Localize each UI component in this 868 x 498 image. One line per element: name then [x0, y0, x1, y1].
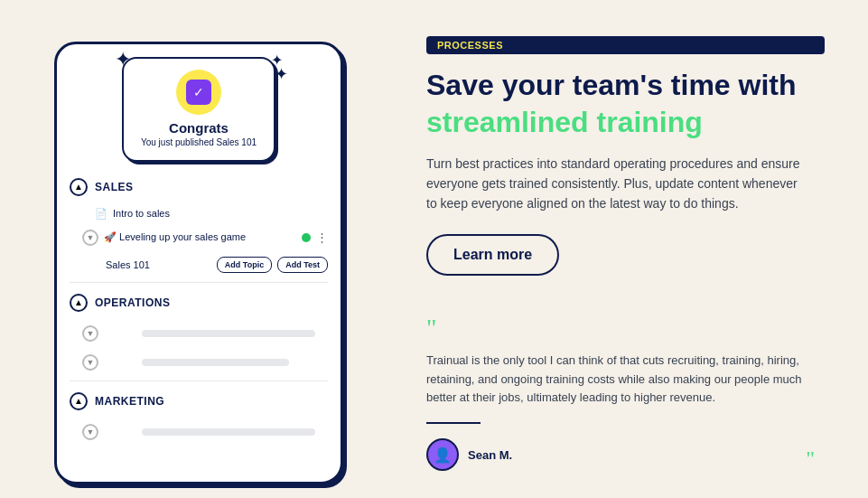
learn-more-button[interactable]: Learn more: [426, 234, 559, 276]
operations-section-title: OPERATIONS: [95, 296, 170, 309]
divider-2: [70, 381, 328, 381]
divider-1: [70, 282, 328, 283]
add-test-button[interactable]: Add Test: [277, 257, 328, 273]
ops-chevron-2[interactable]: ▼: [82, 354, 98, 371]
operations-item-2: ▼: [57, 348, 341, 377]
phone-mockup: ✦ ✦ ✦ ✓ Congrats You just published Sale…: [54, 42, 343, 484]
marketing-chevron-up[interactable]: ▲: [70, 392, 88, 410]
phone-content: ▲ SALES 📄 Intro to sales ▼ 🚀 Leveling up…: [57, 171, 341, 446]
marketing-section-title: MARKETING: [95, 395, 164, 408]
left-panel: ✦ ✦ ✦ ✓ Congrats You just published Sale…: [0, 0, 397, 498]
ops-gray-bar-1: [142, 330, 315, 337]
close-quote-mark: ": [806, 446, 815, 471]
popup-icon: ✓: [176, 70, 221, 115]
congrats-title: Congrats: [136, 120, 261, 136]
operations-chevron-up[interactable]: ▲: [70, 294, 88, 312]
intro-label: Intro to sales: [113, 208, 170, 219]
main-heading-line1: Save your team's time with: [426, 69, 825, 102]
cross-icon: ✦: [275, 64, 288, 84]
author-name: Sean M.: [468, 448, 512, 462]
right-panel: Processes Save your team's time with str…: [397, 0, 868, 498]
green-dot: [302, 233, 311, 242]
leveling-up-label: 🚀 Leveling up your sales game: [104, 231, 296, 243]
ops-gray-bar-2: [142, 359, 289, 366]
operations-section-row: ▲ OPERATIONS: [57, 287, 341, 319]
main-heading-line2: streamlined training: [426, 106, 825, 139]
sales-section-title: SALES: [95, 181, 134, 193]
mkt-chevron-1[interactable]: ▼: [82, 424, 98, 440]
star-icon-left: ✦: [115, 48, 131, 71]
intro-to-sales-row: 📄 Intro to sales: [57, 203, 341, 224]
author-avatar: 👤: [426, 438, 459, 471]
congrats-popup: ✦ ✦ ✦ ✓ Congrats You just published Sale…: [122, 57, 275, 162]
quote-text: Trainual is the only tool I can think of…: [426, 352, 815, 408]
marketing-section-row: ▲ MARKETING: [57, 385, 341, 418]
sales-section-row: ▲ SALES: [57, 171, 341, 203]
congrats-subtitle: You just published Sales 101: [136, 137, 261, 147]
operations-item-1: ▼: [57, 319, 341, 348]
sales-chevron-up[interactable]: ▲: [70, 178, 88, 196]
check-icon: ✓: [186, 80, 211, 105]
quote-section: " Trainual is the only tool I can think …: [426, 315, 815, 471]
sales101-row: Sales 101 Add Topic Add Test: [57, 251, 341, 278]
quote-author-row: 👤 Sean M. ": [426, 438, 815, 471]
description-text: Turn best practices into standard operat…: [426, 154, 806, 214]
quote-divider: [426, 422, 481, 424]
mkt-gray-bar-1: [142, 428, 315, 436]
sales101-label: Sales 101: [106, 259, 211, 270]
ops-chevron-1[interactable]: ▼: [82, 325, 98, 342]
more-options-icon[interactable]: ⋮: [316, 230, 328, 244]
add-topic-button[interactable]: Add Topic: [217, 257, 272, 273]
leveling-chevron[interactable]: ▼: [82, 230, 98, 246]
leveling-up-row: ▼ 🚀 Leveling up your sales game ⋮: [57, 224, 341, 251]
open-quote-mark: ": [426, 315, 815, 341]
marketing-item-1: ▼: [57, 418, 341, 446]
intro-icon: 📄: [95, 208, 107, 220]
processes-badge: Processes: [426, 36, 825, 54]
